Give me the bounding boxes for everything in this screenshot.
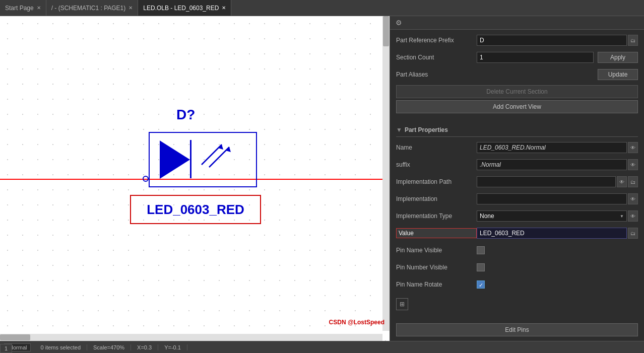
canvas-scrollbar-h[interactable]: [0, 334, 382, 341]
component-name-box: LED_0603_RED: [130, 195, 261, 224]
impl-input[interactable]: [477, 193, 627, 204]
scrollbar-v-thumb[interactable]: [383, 16, 389, 46]
led-line-v: [190, 140, 191, 178]
part-properties-arrow[interactable]: ▼: [396, 126, 402, 133]
component-refdes: D?: [176, 107, 195, 123]
tab-led-label: LED.OLB - LED_0603_RED: [143, 5, 219, 12]
suffix-input[interactable]: [477, 159, 627, 170]
panel-toolbar: ⚙: [390, 16, 644, 30]
delete-section-row: Delete Current Section: [396, 85, 638, 98]
pin-name-rotate-label: Pin Name Rotate: [396, 281, 477, 288]
update-button[interactable]: Update: [598, 69, 638, 80]
add-convert-button[interactable]: Add Convert View: [396, 100, 638, 113]
page-number: 1: [0, 344, 12, 353]
name-input[interactable]: [477, 142, 627, 153]
component-name-label: LED_0603_RED: [147, 202, 244, 218]
impl-type-label: Implementation Type: [396, 213, 477, 220]
impl-path-visibility-icon[interactable]: 👁: [617, 176, 627, 187]
part-ref-prefix-input-group: 🗂: [477, 35, 638, 46]
pin-name-visible-label: Pin Name Visible: [396, 247, 477, 254]
tab-start-label: Start Page: [5, 5, 34, 12]
edit-pins-button[interactable]: Edit Pins: [396, 323, 638, 336]
value-input[interactable]: [477, 228, 627, 239]
status-y: Y=-0.1: [158, 344, 187, 350]
impl-type-arrow: ▼: [620, 214, 624, 219]
suffix-input-group: 👁: [477, 159, 638, 170]
part-properties-header: ▼ Part Properties: [396, 123, 638, 137]
panel-bottom-btns: Edit Pins Associate PSpice Model: [390, 317, 644, 341]
led-rays: [194, 142, 239, 176]
part-ref-prefix-input[interactable]: [477, 35, 627, 46]
suffix-label: suffix: [396, 161, 477, 168]
part-aliases-controls: Update: [477, 69, 638, 80]
name-label: Name: [396, 144, 477, 151]
canvas-area[interactable]: D?: [0, 16, 390, 341]
canvas-scrollbar-v[interactable]: [382, 16, 390, 331]
impl-row: Implementation 👁: [396, 192, 638, 205]
panel-top-section: Part Reference Prefix 🗂 Section Count Ap…: [390, 30, 644, 119]
impl-path-row: Implementation Path 👁 🗂: [396, 175, 638, 188]
impl-input-group: 👁: [477, 193, 638, 204]
value-row: Value 🗂: [396, 227, 638, 240]
status-bar: .Normal 0 items selected Scale=470% X=0.…: [0, 341, 644, 353]
section-count-row: Section Count Apply: [396, 51, 638, 64]
impl-type-row: Implementation Type None ▼ 👁: [396, 209, 638, 223]
value-input-group: 🗂: [477, 228, 638, 239]
part-aliases-label: Part Aliases: [396, 71, 477, 78]
tab-led[interactable]: LED.OLB - LED_0603_RED ✕: [138, 0, 231, 16]
impl-path-input[interactable]: [477, 176, 616, 187]
gear-icon: ⚙: [394, 18, 403, 27]
section-count-label: Section Count: [396, 54, 477, 61]
pin-name-rotate-row: Pin Name Rotate ✓: [396, 278, 638, 291]
pin-name-rotate-checkbox[interactable]: ✓: [477, 280, 485, 289]
suffix-visibility-icon[interactable]: 👁: [628, 159, 638, 170]
section-count-input[interactable]: [477, 52, 594, 63]
part-properties-section: ▼ Part Properties Name 👁 suffix 👁: [390, 119, 644, 317]
pin-number-visible-label: Pin Number Visible: [396, 264, 477, 271]
impl-path-label: Implementation Path: [396, 178, 477, 185]
pin-expand-icon[interactable]: ⊞: [396, 298, 408, 310]
tab-start-close[interactable]: ✕: [37, 5, 41, 11]
pin-name-visible-row: Pin Name Visible: [396, 244, 638, 257]
impl-type-dropdown[interactable]: None ▼: [477, 210, 627, 222]
status-x: X=0.3: [131, 344, 158, 350]
tab-schematic-label: / - (SCHEMATIC1 : PAGE1): [51, 5, 126, 12]
status-scale: Scale=470%: [87, 344, 131, 350]
part-ref-prefix-browse-icon[interactable]: 🗂: [628, 35, 638, 46]
status-items: 0 items selected: [35, 344, 87, 350]
watermark: CSDN @LostSpeed: [329, 319, 384, 326]
value-browse-icon[interactable]: 🗂: [628, 228, 638, 239]
pin-expand-row: ⊞: [396, 295, 638, 313]
value-label: Value: [396, 228, 477, 238]
impl-path-input-group: 👁 🗂: [477, 176, 638, 187]
impl-type-controls: None ▼ 👁: [477, 210, 638, 222]
impl-path-browse-icon[interactable]: 🗂: [628, 176, 638, 187]
part-ref-prefix-label: Part Reference Prefix: [396, 37, 477, 44]
part-ref-prefix-row: Part Reference Prefix 🗂: [396, 34, 638, 47]
pin-number-visible-checkbox[interactable]: [477, 263, 485, 271]
tab-schematic[interactable]: / - (SCHEMATIC1 : PAGE1) ✕: [46, 0, 139, 16]
tab-start[interactable]: Start Page ✕: [0, 0, 46, 16]
main-area: D?: [0, 16, 644, 341]
name-input-group: 👁: [477, 142, 638, 153]
tab-led-close[interactable]: ✕: [222, 5, 226, 11]
scrollbar-h-thumb[interactable]: [0, 334, 30, 340]
impl-type-visibility-icon[interactable]: 👁: [628, 210, 638, 222]
right-panel: ⚙ Part Reference Prefix 🗂 Section Count …: [390, 16, 644, 341]
apply-button[interactable]: Apply: [598, 52, 638, 63]
tab-bar: Start Page ✕ / - (SCHEMATIC1 : PAGE1) ✕ …: [0, 0, 644, 16]
section-count-controls: Apply: [477, 52, 638, 63]
pin-circle: [143, 176, 149, 182]
led-triangle: [160, 140, 190, 179]
pin-number-visible-row: Pin Number Visible: [396, 261, 638, 274]
suffix-row: suffix 👁: [396, 158, 638, 171]
impl-visibility-icon[interactable]: 👁: [628, 193, 638, 204]
name-row: Name 👁: [396, 141, 638, 154]
delete-section-button[interactable]: Delete Current Section: [396, 85, 638, 98]
add-convert-row: Add Convert View: [396, 100, 638, 113]
pin-name-visible-checkbox[interactable]: [477, 246, 485, 254]
tab-schematic-close[interactable]: ✕: [128, 5, 133, 11]
component-box: [149, 132, 257, 187]
name-visibility-icon[interactable]: 👁: [628, 142, 638, 153]
part-aliases-row: Part Aliases Update: [396, 68, 638, 81]
